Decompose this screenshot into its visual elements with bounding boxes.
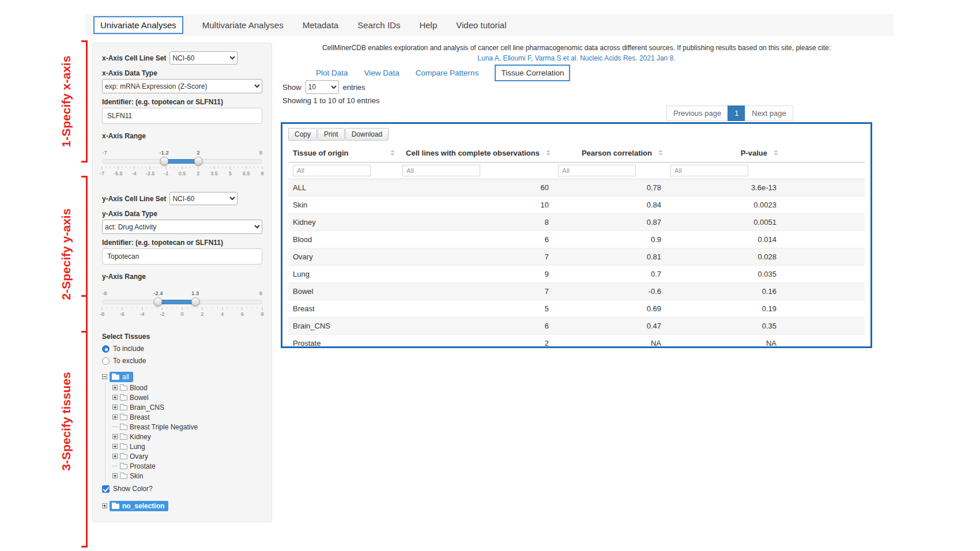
column-header-p-value[interactable]: P-value: [666, 144, 781, 163]
table-row: Blood60.90.014: [288, 231, 865, 248]
slider-tick-mark-minor: [177, 307, 178, 309]
y-range-from-label: -2.4: [153, 290, 163, 296]
tree-expander-icon[interactable]: [112, 395, 118, 400]
tissue-cell: Prostate: [288, 335, 398, 352]
page-1-button[interactable]: 1: [728, 105, 745, 121]
filter-p-value-input[interactable]: [670, 165, 748, 176]
x-range-handle-to[interactable]: [194, 157, 202, 165]
tree-item-breast-triple-negative[interactable]: Breast Triple Negative: [112, 422, 262, 432]
tree-expander-icon[interactable]: [112, 473, 118, 478]
entries-per-page-select[interactable]: 10: [306, 80, 339, 94]
column-header-tissue-of-origin[interactable]: Tissue of origin: [288, 144, 398, 163]
y-cell-line-set-select[interactable]: NCI-60: [169, 192, 238, 205]
slider-tick-mark-minor: [227, 307, 228, 309]
copy-button[interactable]: Copy: [288, 128, 317, 141]
tab-tissue-correlation[interactable]: Tissue Correlation: [495, 65, 570, 81]
tree-expander-icon[interactable]: [112, 444, 118, 449]
y-range-slider[interactable]: -8 8 -2.4 1.3 -8-6-4-202468: [102, 290, 262, 322]
tree-item-kidney[interactable]: Kidney: [112, 432, 262, 441]
table-filter-row: [288, 163, 865, 179]
y-identifier-input[interactable]: [102, 248, 262, 265]
tree-item-prostate[interactable]: Prostate: [112, 461, 262, 471]
slider-tick-mark-minor: [202, 167, 202, 168]
slider-tick-mark: [182, 307, 183, 310]
citation-text: CellMinerCDB enables exploration and ana…: [281, 44, 872, 52]
slider-tick-label: -7: [100, 171, 104, 176]
tree-item-skin[interactable]: Skin: [112, 471, 262, 481]
tab-compare-patterns[interactable]: Compare Patterns: [416, 69, 479, 77]
tree-expander-icon[interactable]: [112, 454, 118, 459]
table-row: Breast50.690.19: [288, 300, 865, 318]
value-cell: 0.84: [553, 197, 666, 214]
tree-item-ovary[interactable]: Ovary: [112, 451, 262, 461]
tree-item-label: Lung: [130, 443, 145, 451]
folder-icon: [120, 405, 127, 410]
show-color-row[interactable]: Show Color?: [102, 485, 262, 493]
slider-tick-mark-minor: [117, 307, 118, 309]
slider-tick-mark-minor: [207, 307, 208, 309]
filter-cell-lines-input[interactable]: [402, 165, 480, 176]
column-header-pearson-correlation[interactable]: Pearson correlation: [553, 144, 666, 163]
tree-expander-icon[interactable]: [112, 385, 118, 390]
slider-tick-mark-minor: [226, 167, 227, 168]
slider-tick-mark: [150, 167, 150, 169]
tree-expander-icon[interactable]: [112, 414, 118, 420]
y-data-type-select[interactable]: act: Drug Activity: [102, 220, 262, 234]
column-header-cell-lines[interactable]: Cell lines with complete observations: [398, 144, 553, 163]
tree-expander-no-selection[interactable]: [102, 503, 107, 508]
x-data-type-select[interactable]: exp: mRNA Expression (Z-Score): [102, 79, 262, 93]
nav-help[interactable]: Help: [419, 20, 437, 30]
x-cell-line-set-select[interactable]: NCI-60: [169, 51, 238, 65]
column-header-label: Cell lines with complete observations: [406, 149, 540, 157]
tree-node-all-chip[interactable]: all: [110, 372, 133, 382]
tree-item-blood[interactable]: Blood: [112, 383, 262, 393]
annotation-bracket-1: [81, 40, 88, 163]
radio-to-include-control[interactable]: [102, 345, 110, 353]
tab-view-data[interactable]: View Data: [364, 69, 399, 77]
previous-page-button[interactable]: Previous page: [666, 105, 728, 121]
tree-node-all[interactable]: all: [102, 372, 262, 382]
folder-icon: [120, 395, 127, 401]
slider-tick-label: -5.5: [114, 171, 123, 176]
slider-tick-label: -8: [100, 311, 104, 317]
tree-expander-all[interactable]: [102, 374, 107, 379]
nav-video-tutorial[interactable]: Video tutorial: [456, 20, 506, 30]
radio-to-include[interactable]: To include: [102, 345, 262, 353]
x-identifier-input[interactable]: [102, 108, 262, 124]
tree-node-no-selection[interactable]: no_selection: [102, 501, 262, 511]
tree-expander-icon[interactable]: [112, 434, 118, 439]
next-page-button[interactable]: Next page: [745, 105, 793, 121]
x-range-handle-from[interactable]: [160, 157, 168, 165]
download-button[interactable]: Download: [345, 128, 389, 141]
tree-node-no-selection-chip[interactable]: no_selection: [110, 501, 168, 511]
slider-tick-mark: [198, 167, 198, 169]
tree-item-lung[interactable]: Lung: [112, 441, 262, 451]
tree-item-breast[interactable]: Breast: [112, 412, 262, 422]
tree-item-brain-cns[interactable]: Brain_CNS: [112, 402, 262, 412]
slider-tick-mark-minor: [252, 307, 252, 309]
radio-to-exclude[interactable]: To exclude: [102, 357, 262, 365]
print-button[interactable]: Print: [318, 128, 345, 141]
tree-item-bowel[interactable]: Bowel: [112, 393, 262, 402]
radio-to-exclude-control[interactable]: [102, 357, 110, 365]
result-tabs: Plot Data View Data Compare Patterns Tis…: [316, 65, 570, 81]
nav-multivariate-analyses[interactable]: Multivariate Analyses: [202, 20, 284, 30]
value-cell: 0.16: [666, 283, 781, 300]
slider-tick-label: -4: [140, 311, 144, 317]
slider-tick-mark-minor: [154, 167, 154, 168]
show-color-checkbox[interactable]: [102, 485, 110, 493]
nav-metadata[interactable]: Metadata: [303, 20, 339, 30]
filter-cell-filler: [781, 163, 865, 179]
y-range-handle-from[interactable]: [154, 297, 163, 306]
filter-pearson-input[interactable]: [558, 165, 636, 176]
nav-search-ids[interactable]: Search IDs: [357, 20, 400, 30]
slider-tick-mark: [262, 167, 263, 169]
tree-expander-icon[interactable]: [112, 405, 118, 410]
filter-tissue-input[interactable]: [293, 165, 371, 176]
y-range-handle-to[interactable]: [191, 297, 199, 306]
x-range-slider[interactable]: -7 8 -1.2 2 -7-5.5-4-2.5-10.523.556.58: [102, 149, 262, 182]
tab-plot-data[interactable]: Plot Data: [316, 69, 348, 77]
citation-link[interactable]: Luna A, Elloumi F, Varma S et al. Nuclei…: [281, 54, 872, 62]
tree-item-label: Prostate: [130, 462, 156, 470]
nav-univariate-analyses[interactable]: Univariate Analyses: [93, 16, 183, 34]
